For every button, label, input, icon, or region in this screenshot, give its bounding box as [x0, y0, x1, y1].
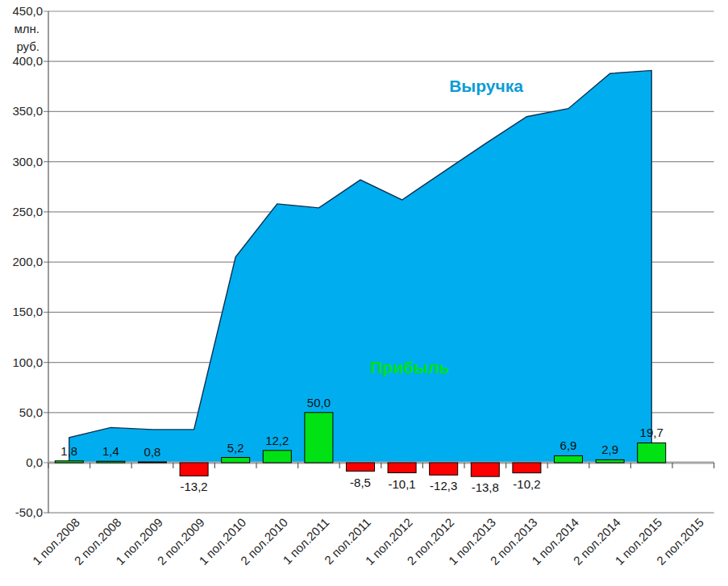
y-tick-label: 50,0 [19, 405, 43, 419]
profit-bar [471, 463, 499, 476]
profit-data-label: -13,2 [180, 480, 207, 493]
profit-bar [263, 451, 291, 463]
y-tick-label: 150,0 [12, 305, 43, 318]
profit-data-label: -13,8 [472, 480, 499, 494]
y-tick-label: 250,0 [12, 205, 43, 218]
y-tick-label: 200,0 [12, 255, 43, 268]
y-tick-label: 100,0 [12, 355, 43, 369]
y-tick-label: 0,0 [26, 455, 43, 469]
profit-bar [638, 443, 666, 463]
profit-bar [305, 413, 333, 463]
y-tick-label: -50,0 [15, 505, 43, 519]
profit-data-label: 50,0 [307, 396, 331, 409]
profit-bar [388, 463, 416, 473]
y-axis-unit-label: руб. [16, 39, 40, 53]
y-tick-label: 400,0 [12, 54, 43, 68]
profit-bar [555, 455, 583, 463]
profit-series-label: Прибыль [370, 358, 449, 376]
profit-bar [430, 463, 458, 475]
profit-bar [513, 463, 541, 473]
profit-data-label: -10,1 [388, 477, 415, 491]
profit-data-label: 6,9 [560, 438, 577, 452]
profit-bar [180, 463, 208, 476]
profit-data-label: 2,9 [601, 443, 618, 456]
profit-bar [139, 462, 167, 463]
profit-bar [596, 459, 624, 463]
profit-data-label: 5,2 [227, 441, 244, 455]
profit-data-label: 12,2 [265, 434, 289, 447]
profit-bar [55, 461, 83, 463]
y-tick-label: 350,0 [12, 104, 43, 118]
chart-canvas: 450,0400,0350,0300,0250,0200,0150,0100,0… [0, 0, 728, 586]
y-tick-label: 300,0 [12, 155, 43, 168]
revenue-profit-chart: 450,0400,0350,0300,0250,0200,0150,0100,0… [0, 0, 728, 586]
y-tick-label: 450,0 [12, 4, 43, 18]
profit-bar [347, 463, 375, 472]
revenue-series-label: Выручка [449, 77, 523, 95]
revenue-area [69, 70, 651, 463]
profit-data-label: 0,8 [144, 445, 161, 459]
profit-data-label: -10,2 [513, 477, 540, 491]
y-axis-unit-label: млн. [14, 22, 40, 35]
profit-data-label: -8,5 [350, 476, 371, 489]
profit-data-label: 19,7 [640, 426, 664, 439]
profit-data-label: 1,4 [102, 444, 119, 458]
profit-data-label: 1,8 [60, 444, 77, 458]
profit-bar [97, 461, 125, 463]
profit-bar [222, 458, 250, 463]
profit-data-label: -12,3 [430, 479, 457, 492]
